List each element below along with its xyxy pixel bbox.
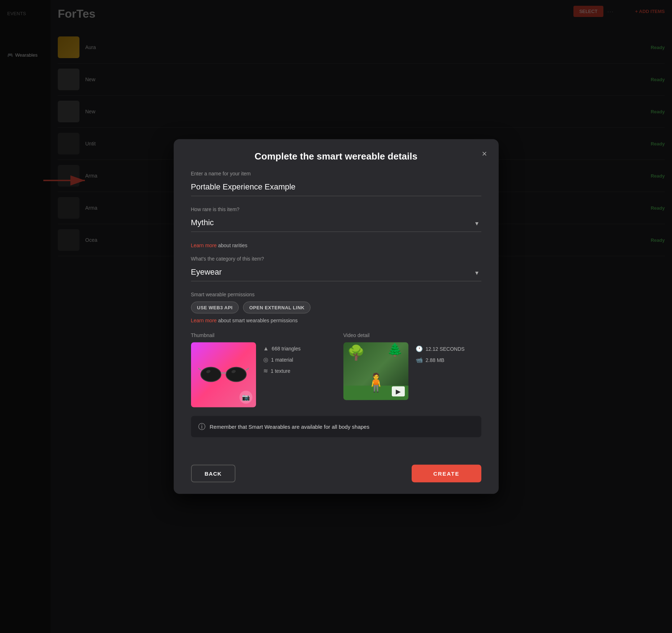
tree2-icon: 🌲 — [387, 342, 403, 357]
svg-point-3 — [226, 367, 246, 382]
texture-value: 1 texture — [271, 368, 290, 374]
svg-line-5 — [198, 368, 201, 370]
circle-icon: ◎ — [263, 356, 268, 363]
learn-more-permissions-row: Learn more about smart wearables permiss… — [191, 317, 481, 324]
name-input[interactable] — [191, 179, 481, 196]
video-file-icon: 📹 — [416, 357, 423, 363]
chevron-down-icon: ▾ — [475, 219, 478, 227]
learn-more-permissions-link[interactable]: Learn more — [191, 318, 217, 323]
media-row: Thumbnail — [191, 332, 481, 407]
material-stat: ◎ 1 material — [263, 356, 301, 363]
thumbnail-image[interactable]: 📷 — [191, 342, 256, 407]
external-link-badge[interactable]: OPEN EXTERNAL LINK — [243, 302, 311, 314]
thumbnail-area: 📷 ▲ 668 triangles ◎ 1 material ≋ — [191, 342, 329, 407]
learn-more-rarities-row: Learn more about rarities — [191, 242, 481, 249]
filesize-stat: 📹 2.88 MB — [416, 357, 465, 363]
thumbnail-stats: ▲ 668 triangles ◎ 1 material ≋ 1 texture — [263, 342, 301, 374]
back-button[interactable]: BACK — [191, 465, 235, 483]
rarity-value: Mythic — [191, 218, 214, 227]
permissions-section: Smart wearable permissions USE WEB3 API … — [191, 292, 481, 324]
svg-line-6 — [246, 368, 249, 370]
category-select[interactable]: Eyewear ▾ — [191, 265, 481, 281]
video-area: 🌳 🌲 🧍 ▶ 🕐 12.12 SECONDS 📹 2.8 — [343, 342, 481, 400]
modal-footer: BACK CREATE — [174, 458, 499, 494]
category-value: Eyewear — [191, 267, 222, 276]
video-label: Video detail — [343, 332, 481, 338]
name-field-group: Enter a name for your item — [191, 171, 481, 196]
web3-api-badge[interactable]: USE WEB3 API — [191, 302, 239, 314]
triangles-value: 668 triangles — [272, 346, 300, 352]
category-label: What's the category of this item? — [191, 256, 481, 262]
triangle-icon: ▲ — [263, 345, 269, 352]
info-icon: ⓘ — [198, 422, 205, 432]
tree-icon: 🌳 — [347, 344, 365, 361]
duration-value: 12.12 SECONDS — [426, 346, 465, 352]
permissions-label: Smart wearable permissions — [191, 292, 481, 297]
notice-box: ⓘ Remember that Smart Wearables are avai… — [191, 416, 481, 437]
modal-dialog: Complete the smart wereable details × En… — [174, 139, 499, 494]
category-field-group: What's the category of this item? Eyewea… — [191, 256, 481, 281]
camera-icon[interactable]: 📷 — [239, 391, 252, 404]
modal-body: Enter a name for your item How rare is t… — [174, 171, 499, 458]
character-icon: 🧍 — [365, 372, 387, 393]
rarity-field-group: How rare is this item? Mythic ▾ — [191, 206, 481, 232]
learn-more-rarities-link[interactable]: Learn more — [191, 243, 217, 248]
clock-icon: 🕐 — [416, 345, 423, 352]
svg-point-2 — [201, 367, 221, 382]
notice-text: Remember that Smart Wearables are availa… — [210, 424, 369, 430]
duration-stat: 🕐 12.12 SECONDS — [416, 345, 465, 352]
video-thumbnail[interactable]: 🌳 🌲 🧍 ▶ — [343, 342, 408, 400]
modal-header: Complete the smart wereable details × — [174, 139, 499, 171]
rarity-select[interactable]: Mythic ▾ — [191, 215, 481, 232]
learn-more-permissions-text: about smart wearables permissions — [217, 318, 298, 323]
rarity-label: How rare is this item? — [191, 206, 481, 212]
sunglasses-icon — [198, 363, 249, 385]
close-button[interactable]: × — [482, 149, 487, 158]
filesize-value: 2.88 MB — [426, 357, 445, 363]
chevron-down-icon: ▾ — [475, 269, 478, 277]
name-label: Enter a name for your item — [191, 171, 481, 176]
learn-more-rarities-text: about rarities — [217, 243, 247, 248]
texture-stat: ≋ 1 texture — [263, 367, 301, 374]
texture-icon: ≋ — [263, 367, 268, 374]
play-icon[interactable]: ▶ — [392, 387, 405, 397]
video-stats: 🕐 12.12 SECONDS 📹 2.88 MB — [416, 342, 465, 363]
triangles-stat: ▲ 668 triangles — [263, 345, 301, 352]
thumbnail-label: Thumbnail — [191, 332, 329, 338]
modal-title: Complete the smart wereable details — [255, 151, 417, 162]
permissions-badges: USE WEB3 API OPEN EXTERNAL LINK — [191, 302, 481, 314]
material-value: 1 material — [271, 357, 293, 362]
video-section: Video detail 🌳 🌲 🧍 ▶ 🕐 12.12 SECONDS — [343, 332, 481, 407]
thumbnail-section: Thumbnail — [191, 332, 329, 407]
create-button[interactable]: CREATE — [412, 465, 481, 483]
